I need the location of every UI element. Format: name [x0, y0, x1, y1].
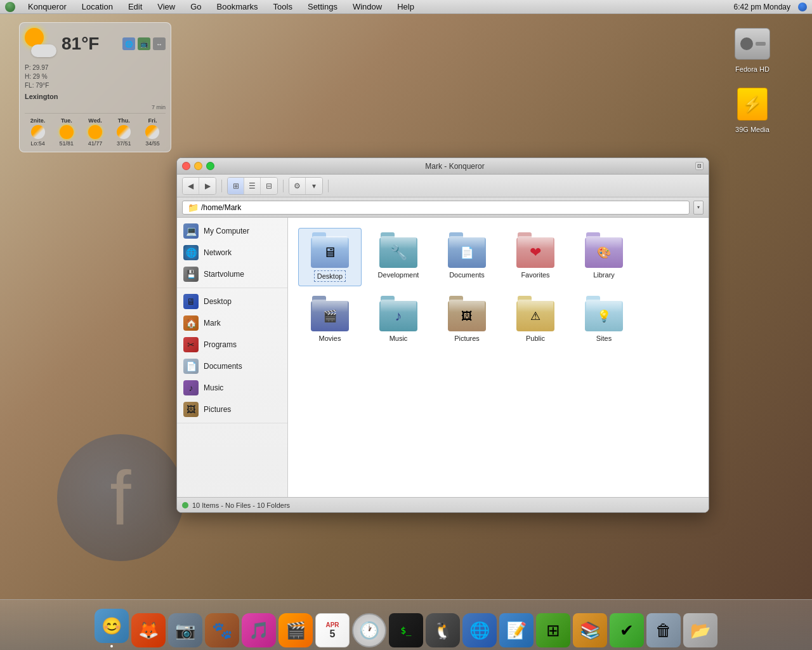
detail-view-button[interactable]: ⊟	[261, 178, 277, 194]
file-item-public[interactable]: ⚠ Public	[504, 291, 567, 347]
weather-arrows-icon[interactable]: ↔	[153, 37, 166, 50]
dock-item-terminal[interactable]: $_	[389, 613, 423, 647]
menu-location[interactable]: Location	[79, 2, 115, 11]
dock-item-camera[interactable]: 📷	[168, 613, 202, 647]
file-item-sites[interactable]: 💡 Sites	[572, 291, 636, 347]
documents-folder-icon: 📄	[447, 232, 487, 268]
library-folder-label: Library	[593, 270, 615, 279]
desktop-icon-39g-media[interactable]: ⚡ 39G Media	[731, 83, 774, 136]
sidebar-item-pictures[interactable]: 🖼 Pictures	[177, 399, 287, 420]
weather-globe-icon[interactable]: 🌐	[122, 37, 135, 50]
file-item-favorites[interactable]: ❤ Favorites	[504, 228, 567, 286]
settings-buttons: ⚙ ▾	[289, 177, 323, 195]
menu-konqueror[interactable]: Konqueror	[25, 2, 69, 11]
desktop: Konqueror Location Edit View Go Bookmark…	[0, 0, 812, 650]
trash-icon: 🗑	[646, 613, 681, 647]
address-text: /home/Mark	[201, 203, 241, 212]
sidebar-item-desktop[interactable]: 🖥 Desktop	[177, 291, 287, 312]
menubar-left: Konqueror Location Edit View Go Bookmark…	[5, 2, 417, 12]
forecast-icon-0	[31, 125, 45, 139]
dock-item-calendar[interactable]: APR5	[315, 613, 350, 647]
network-label: Network	[204, 248, 232, 257]
address-dropdown[interactable]: ▾	[693, 201, 704, 215]
dock-item-notes[interactable]: 📝	[499, 613, 534, 647]
zoom-button[interactable]: ⊡	[695, 162, 704, 170]
menu-settings[interactable]: Settings	[305, 2, 340, 11]
sidebar-item-mark[interactable]: 🏠 Mark	[177, 312, 287, 334]
sidebar-item-documents[interactable]: 📄 Documents	[177, 355, 287, 377]
close-button[interactable]	[182, 162, 190, 170]
movies-folder-label: Movies	[319, 334, 341, 343]
dock-item-browser[interactable]: 🌐	[462, 613, 497, 647]
menu-window[interactable]: Window	[350, 2, 384, 11]
dock-item-firefox[interactable]: 🦊	[131, 613, 166, 647]
weather-widget: 81°F 🌐 📺 ↔ P: 29.97 H: 29 % FL: 79°F Lex…	[19, 22, 171, 152]
home-icon: 🏠	[183, 315, 199, 331]
back-button[interactable]: ◀	[183, 178, 199, 194]
file-item-library[interactable]: 🎨 Library	[572, 228, 636, 286]
menu-tools[interactable]: Tools	[271, 2, 295, 11]
file-item-pictures[interactable]: 🖼 Pictures	[435, 291, 499, 347]
dock-item-stack[interactable]: 📚	[573, 613, 607, 647]
dock: 😊 🦊 📷 🐾 🎵 🎬 APR5 🕐 $_	[0, 599, 812, 650]
settings-dropdown[interactable]: ▾	[306, 178, 322, 194]
weather-detail: P: 29.97 H: 29 % FL: 79°F	[25, 63, 166, 90]
desktop-folder-label: Desktop	[314, 270, 346, 282]
address-input[interactable]: 📁 /home/Mark	[182, 201, 690, 215]
file-item-development[interactable]: 🔧 Development	[367, 228, 430, 286]
window-title: Mark - Konqueror	[214, 162, 695, 171]
weather-location: Lexington	[25, 93, 166, 100]
dock-item-finder[interactable]: 😊	[95, 609, 129, 647]
public-folder-label: Public	[526, 334, 545, 343]
documents-icon: 📄	[183, 359, 199, 374]
dock-item-gimp[interactable]: 🐾	[205, 613, 239, 647]
harddisk-shape	[735, 28, 770, 60]
pictures-label: Pictures	[204, 405, 231, 414]
file-item-movies[interactable]: 🎬 Movies	[298, 291, 362, 347]
menu-go[interactable]: Go	[188, 2, 204, 11]
sidebar-item-network[interactable]: 🌐 Network	[177, 242, 287, 263]
dock-item-penguin[interactable]: 🐧	[426, 613, 460, 647]
fedora-hd-icon	[733, 25, 771, 63]
music-folder-icon: ♪	[378, 296, 419, 331]
list-view-button[interactable]: ☰	[244, 178, 261, 194]
dock-item-files[interactable]: 📂	[683, 613, 717, 647]
settings-button[interactable]: ⚙	[289, 178, 306, 194]
music-icon: ♪	[183, 380, 199, 395]
sidebar-item-music[interactable]: ♪ Music	[177, 377, 287, 399]
folder-overlay-sites: 💡	[597, 310, 611, 322]
browser-icon: 🌐	[462, 613, 497, 647]
sidebar-section-user: 🖥 Desktop 🏠 Mark ✂ Programs 📄 Documents	[177, 288, 287, 423]
menu-help[interactable]: Help	[395, 2, 417, 11]
dock-item-trash[interactable]: 🗑	[646, 613, 681, 647]
files-icon: 📂	[683, 613, 717, 647]
menu-bookmarks[interactable]: Bookmarks	[214, 2, 261, 11]
sidebar-item-my-computer[interactable]: 💻 My Computer	[177, 220, 287, 242]
file-item-documents[interactable]: 📄 Documents	[435, 228, 499, 286]
desktop-icon-fedora-hd[interactable]: Fedora HD	[731, 22, 774, 76]
usb-media-icon: ⚡	[733, 85, 771, 123]
apple-menu-icon[interactable]	[5, 2, 15, 12]
dock-item-green[interactable]: ✔	[610, 613, 644, 647]
dock-item-mosaic[interactable]: ⊞	[536, 613, 570, 647]
window-titlebar: Mark - Konqueror ⊡	[177, 158, 709, 175]
menu-view[interactable]: View	[155, 2, 178, 11]
notes-icon: 📝	[499, 613, 534, 647]
file-item-desktop[interactable]: 🖥 Desktop	[298, 228, 362, 286]
sidebar-item-startvolume[interactable]: 💾 Startvolume	[177, 263, 287, 285]
minimize-button[interactable]	[194, 162, 202, 170]
dock-item-itunes[interactable]: 🎵	[242, 613, 276, 647]
sidebar: 💻 My Computer 🌐 Network 💾 Startvolume 🖥	[177, 218, 288, 497]
menu-edit[interactable]: Edit	[126, 2, 145, 11]
forward-button[interactable]: ▶	[199, 178, 216, 194]
dock-item-vlc[interactable]: 🎬	[278, 613, 313, 647]
maximize-button[interactable]	[206, 162, 214, 170]
icon-view-button[interactable]: ⊞	[228, 178, 244, 194]
sidebar-item-programs[interactable]: ✂ Programs	[177, 334, 287, 355]
status-indicator	[182, 502, 188, 508]
file-item-music[interactable]: ♪ Music	[367, 291, 430, 347]
weather-screen-icon[interactable]: 📺	[138, 37, 150, 50]
documents-folder-label: Documents	[449, 270, 485, 279]
gimp-icon: 🐾	[205, 613, 239, 647]
dock-item-clock[interactable]: 🕐	[352, 613, 386, 647]
